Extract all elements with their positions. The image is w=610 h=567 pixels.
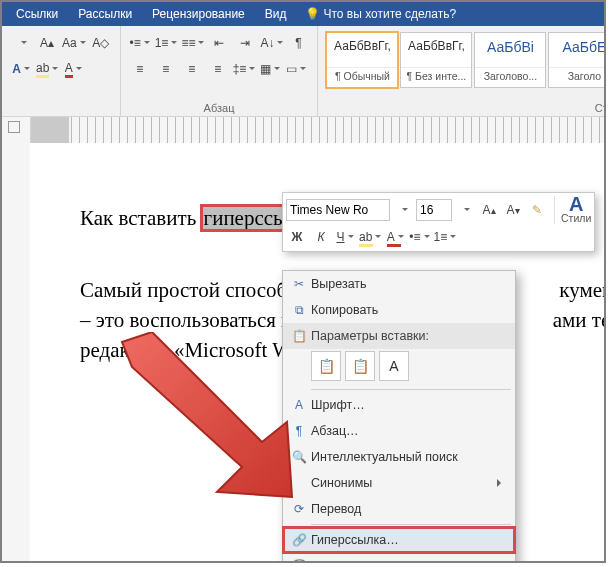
style-label: ¶ Обычный xyxy=(327,67,397,84)
show-marks-button[interactable]: ¶ xyxy=(286,31,310,55)
tab-review[interactable]: Рецензирование xyxy=(142,2,255,26)
ruler-corner xyxy=(2,117,31,143)
cm-label: Параметры вставки: xyxy=(311,329,429,343)
group-label-styles: Стил xyxy=(318,102,606,114)
mini-font-name-dd[interactable] xyxy=(392,199,414,221)
tab-mailings[interactable]: Рассылки xyxy=(68,2,142,26)
doc-title-text: Как вставить xyxy=(80,206,202,230)
style-no-spacing[interactable]: АаБбВвГг, ¶ Без инте... xyxy=(400,32,472,88)
multilevel-list-button[interactable]: ≡≡ xyxy=(180,31,205,55)
format-painter-icon[interactable]: ✎ xyxy=(526,199,548,221)
style-normal[interactable]: АаБбВвГг, ¶ Обычный xyxy=(326,32,398,88)
cm-label: Шрифт… xyxy=(311,398,365,412)
paste-keep-source-button[interactable]: 📋 xyxy=(311,351,341,381)
mini-underline[interactable]: Ч xyxy=(334,226,356,248)
bullets-button[interactable]: •≡ xyxy=(128,31,152,55)
copy-icon: ⧉ xyxy=(287,303,311,317)
shading-button[interactable]: ▦ xyxy=(258,57,282,81)
styles-gallery[interactable]: АаБбВвГг, ¶ Обычный АаБбВвГг, ¶ Без инте… xyxy=(324,30,606,90)
font-dialog-icon: A xyxy=(287,398,311,412)
mini-bullets[interactable]: •≡ xyxy=(408,226,430,248)
text-effects-button[interactable]: A xyxy=(9,57,33,81)
justify-button[interactable]: ≡ xyxy=(206,57,230,81)
tab-links[interactable]: Ссылки xyxy=(6,2,68,26)
mini-font-size[interactable] xyxy=(416,199,452,221)
style-label: Заголово... xyxy=(475,67,545,84)
style-heading1[interactable]: АаБбВі Заголово... xyxy=(474,32,546,88)
align-right-button[interactable]: ≡ xyxy=(180,57,204,81)
mini-numbering[interactable]: 1≡ xyxy=(433,226,458,248)
mini-shrink-font[interactable]: A▾ xyxy=(502,199,524,221)
mini-grow-font[interactable]: A▴ xyxy=(478,199,500,221)
font-color-button[interactable]: A xyxy=(61,57,85,81)
line-spacing-button[interactable]: ‡≡ xyxy=(232,57,257,81)
mini-styles-button[interactable]: A Стили xyxy=(554,196,591,224)
increase-indent-button[interactable]: ⇥ xyxy=(233,31,257,55)
style-label: Заголо xyxy=(549,67,606,84)
cm-translate[interactable]: ⟳ Перевод xyxy=(283,496,515,522)
decrease-indent-button[interactable]: ⇤ xyxy=(207,31,231,55)
mini-italic[interactable]: К xyxy=(310,226,332,248)
borders-button[interactable]: ▭ xyxy=(284,57,308,81)
style-sample: АаБбВвГг, xyxy=(401,33,471,67)
style-heading2[interactable]: АаБбЕ Заголо xyxy=(548,32,606,88)
align-center-button[interactable]: ≡ xyxy=(154,57,178,81)
doc-text: кумент гипер xyxy=(559,278,606,302)
mini-font-size-dd[interactable] xyxy=(454,199,476,221)
mini-styles-label: Стили xyxy=(561,212,591,224)
cm-smart-lookup[interactable]: 🔍 Интеллектуальный поиск xyxy=(283,444,515,470)
clipboard-icon: 📋 xyxy=(287,329,311,343)
mini-font-name[interactable] xyxy=(286,199,390,221)
cm-label: Гиперссылка… xyxy=(311,533,399,547)
ruler-area xyxy=(2,117,604,143)
tell-me-placeholder: Что вы хотите сделать? xyxy=(324,7,457,21)
cm-label: Создать примечание xyxy=(311,559,432,563)
sort-button[interactable]: A↓ xyxy=(259,31,284,55)
cm-cut[interactable]: ✂ Вырезать xyxy=(283,271,515,297)
group-label-paragraph: Абзац xyxy=(121,102,318,114)
ribbon-tab-bar: Ссылки Рассылки Рецензирование Вид 💡 Что… xyxy=(2,2,604,26)
vertical-ruler[interactable] xyxy=(2,143,31,562)
cm-paste-header: 📋 Параметры вставки: xyxy=(283,323,515,349)
mini-font-color[interactable]: A xyxy=(384,226,406,248)
cm-label: Интеллектуальный поиск xyxy=(311,450,458,464)
cm-copy[interactable]: ⧉ Копировать xyxy=(283,297,515,323)
scissors-icon: ✂ xyxy=(287,277,311,291)
mini-bold[interactable]: Ж xyxy=(286,226,308,248)
cm-label: Абзац… xyxy=(311,424,359,438)
paragraph-dialog-icon: ¶ xyxy=(287,424,311,438)
lightbulb-icon: 💡 xyxy=(305,7,320,21)
comment-icon: 💬 xyxy=(287,559,311,563)
font-size-combo[interactable] xyxy=(9,31,33,55)
highlight-color-button[interactable]: ab xyxy=(35,57,59,81)
grow-font-button[interactable]: A▴ xyxy=(35,31,59,55)
cm-hyperlink[interactable]: 🔗 Гиперссылка… xyxy=(283,527,515,553)
smart-lookup-icon: 🔍 xyxy=(287,450,311,464)
doc-text: ами текстово xyxy=(553,308,606,332)
app-frame: Ссылки Рассылки Рецензирование Вид 💡 Что… xyxy=(0,0,606,563)
numbering-button[interactable]: 1≡ xyxy=(154,31,179,55)
ribbon-group-paragraph: •≡ 1≡ ≡≡ ⇤ ⇥ A↓ ¶ ≡ ≡ ≡ ≡ ‡≡ ▦ ▭ Абзац xyxy=(121,26,319,116)
cm-paragraph[interactable]: ¶ Абзац… xyxy=(283,418,515,444)
change-case-button[interactable]: Aa xyxy=(61,31,87,55)
cm-separator xyxy=(311,389,511,390)
clear-formatting-button[interactable]: A◇ xyxy=(89,31,113,55)
tab-view[interactable]: Вид xyxy=(255,2,297,26)
context-menu: ✂ Вырезать ⧉ Копировать 📋 Параметры вста… xyxy=(282,270,516,563)
tell-me-search[interactable]: 💡 Что вы хотите сделать? xyxy=(297,7,457,21)
cm-font[interactable]: A Шрифт… xyxy=(283,392,515,418)
cm-synonyms[interactable]: Синонимы xyxy=(283,470,515,496)
mini-toolbar: A▴ A▾ ✎ A Стили Ж К Ч ab A •≡ 1≡ xyxy=(282,192,595,252)
paste-merge-button[interactable]: 📋 xyxy=(345,351,375,381)
mini-highlight[interactable]: ab xyxy=(358,226,382,248)
cm-paste-options: 📋 📋 A xyxy=(283,349,515,387)
cm-new-comment[interactable]: 💬 Создать примечание xyxy=(283,553,515,563)
ribbon-group-font: A▴ Aa A◇ A ab A xyxy=(2,26,121,116)
cm-separator xyxy=(311,524,511,525)
hyperlink-icon: 🔗 xyxy=(287,533,311,547)
paste-text-only-button[interactable]: A xyxy=(379,351,409,381)
style-sample: АаБбВвГг, xyxy=(327,33,397,67)
horizontal-ruler[interactable] xyxy=(31,117,604,143)
align-left-button[interactable]: ≡ xyxy=(128,57,152,81)
ribbon-group-styles: АаБбВвГг, ¶ Обычный АаБбВвГг, ¶ Без инте… xyxy=(318,26,606,116)
